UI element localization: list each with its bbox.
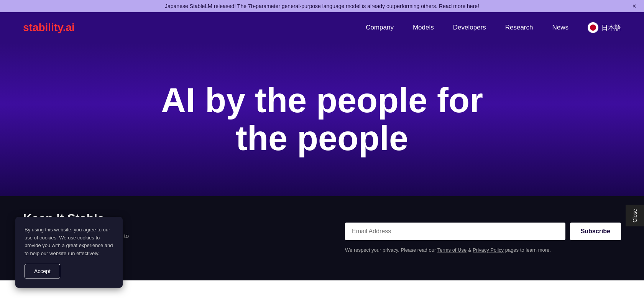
announcement-text: Japanese StableLM released! The 7b-param… <box>165 3 479 9</box>
cookie-banner: By using this website, you agree to our … <box>15 217 123 280</box>
hero-title: AI by the people for the people <box>161 82 483 157</box>
hero-title-line1: AI by the people for <box>161 81 483 120</box>
main-nav: Company Models Developers Research News … <box>366 22 621 33</box>
announcement-close-button[interactable]: × <box>632 2 636 10</box>
nav-developers[interactable]: Developers <box>453 24 486 31</box>
logo-dot: . <box>63 21 66 33</box>
japan-flag-icon <box>588 22 598 33</box>
email-input[interactable] <box>345 223 565 240</box>
email-form: Subscribe <box>345 223 621 240</box>
language-selector[interactable]: 日本語 <box>588 22 621 33</box>
nav-company[interactable]: Company <box>366 24 394 31</box>
close-popup-button[interactable]: Close <box>626 205 644 226</box>
subscribe-button[interactable]: Subscribe <box>570 223 621 240</box>
header: stability.ai Company Models Developers R… <box>0 12 644 43</box>
accept-cookies-button[interactable]: Accept <box>25 264 60 278</box>
logo[interactable]: stability.ai <box>23 21 75 34</box>
privacy-link[interactable]: Privacy Policy <box>473 247 504 253</box>
nav-news[interactable]: News <box>552 24 568 31</box>
terms-link[interactable]: Terms of Use <box>437 247 467 253</box>
nav-research[interactable]: Research <box>505 24 533 31</box>
hero-section: AI by the people for the people <box>0 43 644 196</box>
privacy-text: We respect your privacy. Please read our… <box>345 246 621 254</box>
nav-models[interactable]: Models <box>413 24 434 31</box>
newsletter-right: Subscribe We respect your privacy. Pleas… <box>322 196 644 280</box>
announcement-bar: Japanese StableLM released! The 7b-param… <box>0 0 644 12</box>
cookie-text: By using this website, you agree to our … <box>25 226 113 258</box>
logo-text: stability.ai <box>23 21 75 33</box>
language-label: 日本語 <box>601 23 621 32</box>
hero-title-line2: the people <box>236 119 408 157</box>
japan-flag-dot <box>590 25 596 31</box>
